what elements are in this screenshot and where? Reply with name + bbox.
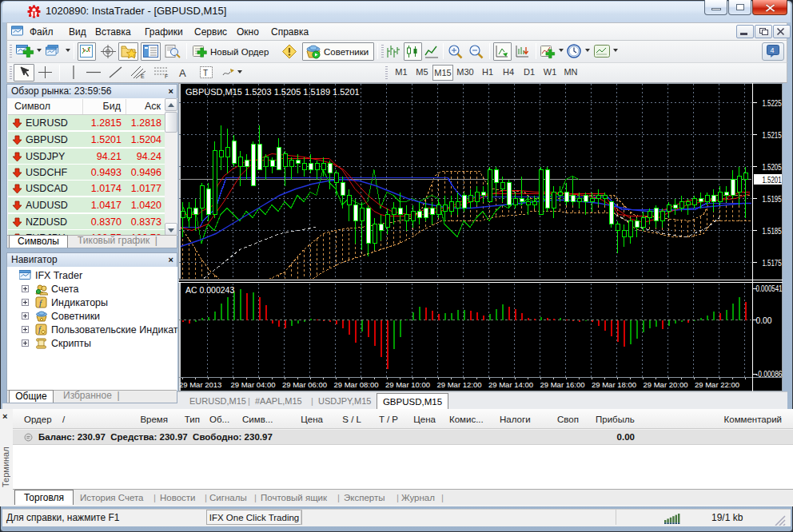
svg-text:29 Mar 04:00: 29 Mar 04:00 bbox=[231, 380, 276, 389]
svg-text:0.000541: 0.000541 bbox=[756, 284, 783, 293]
svg-text:29 Mar 22:00: 29 Mar 22:00 bbox=[695, 380, 739, 389]
svg-text:1.5185: 1.5185 bbox=[763, 226, 782, 236]
svg-text:29 Mar 08:00: 29 Mar 08:00 bbox=[334, 380, 379, 389]
svg-text:-0.00086: -0.00086 bbox=[756, 370, 783, 379]
svg-text:1.5205: 1.5205 bbox=[763, 162, 782, 172]
svg-text:1.5215: 1.5215 bbox=[763, 130, 782, 140]
svg-text:AC 0.000243: AC 0.000243 bbox=[185, 285, 234, 295]
svg-text:29 Mar 2013: 29 Mar 2013 bbox=[179, 380, 221, 389]
svg-text:4: 4 bbox=[771, 46, 775, 54]
svg-text:1.5225: 1.5225 bbox=[763, 98, 782, 108]
svg-text:29 Mar 14:00: 29 Mar 14:00 bbox=[488, 380, 533, 389]
svg-text:29 Mar 16:00: 29 Mar 16:00 bbox=[540, 380, 585, 389]
svg-text:E: E bbox=[141, 73, 145, 79]
svg-text:1.5175: 1.5175 bbox=[763, 258, 782, 268]
svg-text:29 Mar 18:00: 29 Mar 18:00 bbox=[592, 380, 636, 389]
svg-text:T: T bbox=[203, 69, 208, 77]
svg-text:29 Mar 06:00: 29 Mar 06:00 bbox=[282, 380, 327, 389]
svg-text:1.5201: 1.5201 bbox=[763, 175, 782, 185]
svg-text:F: F bbox=[165, 73, 168, 79]
svg-text:29 Mar 12:00: 29 Mar 12:00 bbox=[437, 380, 482, 389]
svg-text:29 Mar 20:00: 29 Mar 20:00 bbox=[644, 380, 688, 389]
svg-text:0.00: 0.00 bbox=[756, 316, 772, 325]
svg-text:1.5195: 1.5195 bbox=[763, 194, 782, 204]
svg-text:29 Mar 10:00: 29 Mar 10:00 bbox=[385, 380, 430, 389]
svg-text:GBPUSD,M15 1.5203 1.5205 1.51: GBPUSD,M15 1.5203 1.5205 1.5189 1.5201 bbox=[185, 87, 360, 97]
